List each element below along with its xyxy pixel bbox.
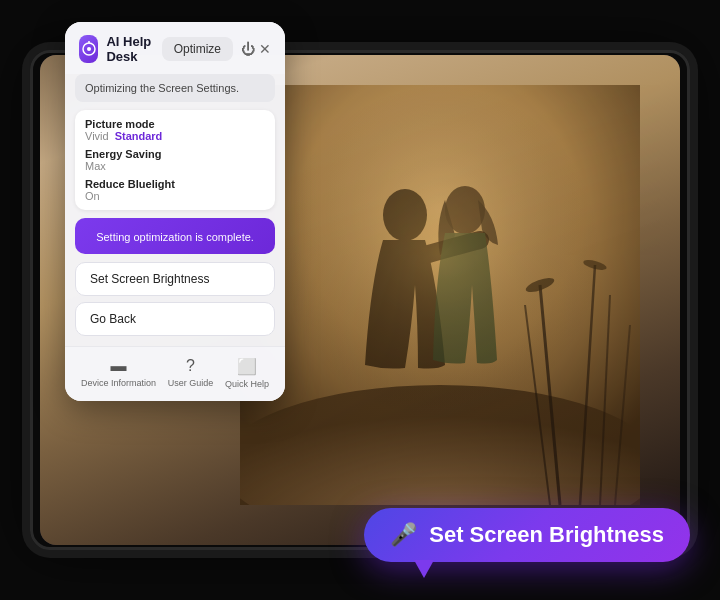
complete-banner: Setting optimization is complete. (75, 218, 275, 254)
user-guide-icon: ? (186, 357, 195, 375)
footer-device-label: Device Information (81, 378, 156, 388)
microphone-icon: 🎤 (390, 522, 417, 548)
panel-header: AI Help Desk Optimize ⏻ ✕ (65, 22, 285, 74)
device-info-icon: ▬ (110, 357, 126, 375)
power-icon[interactable]: ⏻ (241, 41, 255, 57)
setting-energy: Energy Saving Max (85, 148, 265, 172)
setting-values-energy: Max (85, 160, 265, 172)
setting-max: Max (85, 160, 106, 172)
panel-title: AI Help Desk (106, 34, 161, 64)
footer-help-label: Quick Help (225, 379, 269, 389)
ai-icon (79, 35, 98, 63)
setting-on: On (85, 190, 100, 202)
quick-help-icon: ⬜ (237, 357, 257, 376)
setting-values-bluelight: On (85, 190, 265, 202)
settings-box: Picture mode Vivid Standard Energy Savin… (75, 110, 275, 210)
panel-title-group: AI Help Desk (79, 34, 162, 64)
setting-label-picture: Picture mode (85, 118, 265, 130)
footer-device-info[interactable]: ▬ Device Information (81, 357, 156, 389)
setting-vivid: Vivid (85, 130, 109, 142)
panel-footer: ▬ Device Information ? User Guide ⬜ Quic… (65, 346, 285, 401)
setting-values-picture: Vivid Standard (85, 130, 265, 142)
bubble-text: Set Screen Brightness (429, 522, 664, 548)
help-desk-panel: AI Help Desk Optimize ⏻ ✕ Optimizing the… (65, 22, 285, 401)
go-back-button[interactable]: Go Back (75, 302, 275, 336)
svg-rect-11 (240, 85, 640, 505)
voice-bubble: 🎤 Set Screen Brightness (364, 508, 690, 562)
setting-picture-mode: Picture mode Vivid Standard (85, 118, 265, 142)
set-brightness-button[interactable]: Set Screen Brightness (75, 262, 275, 296)
close-icon[interactable]: ✕ (259, 41, 271, 57)
svg-point-13 (87, 47, 91, 51)
setting-bluelight: Reduce Bluelight On (85, 178, 265, 202)
footer-user-guide[interactable]: ? User Guide (168, 357, 214, 389)
status-text: Optimizing the Screen Settings. (75, 74, 275, 102)
optimize-button[interactable]: Optimize (162, 37, 233, 61)
setting-standard: Standard (115, 130, 163, 142)
setting-label-energy: Energy Saving (85, 148, 265, 160)
complete-text: Setting optimization is complete. (96, 231, 254, 243)
setting-label-bluelight: Reduce Bluelight (85, 178, 265, 190)
footer-quick-help[interactable]: ⬜ Quick Help (225, 357, 269, 389)
footer-guide-label: User Guide (168, 378, 214, 388)
